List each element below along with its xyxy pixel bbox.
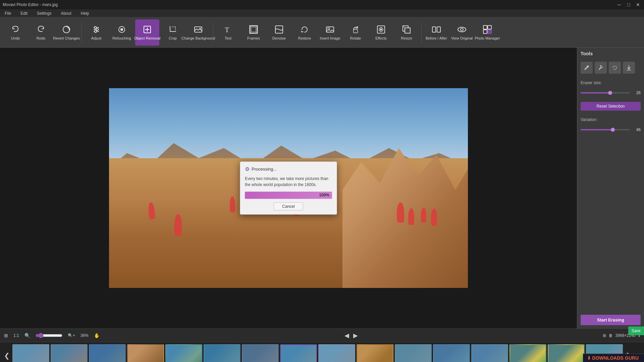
object-removal-label: Object Removal: [134, 36, 160, 41]
fit-screen-icon[interactable]: ⊞: [4, 333, 8, 338]
adjust-button[interactable]: Adjust: [84, 19, 108, 46]
change-bg-button[interactable]: Change Background: [186, 19, 210, 46]
cancel-button[interactable]: Cancel: [274, 202, 303, 210]
zoom-out-icon[interactable]: 🔍: [24, 333, 30, 338]
menu-edit[interactable]: Edit: [18, 10, 30, 16]
denoise-label: Denoise: [272, 36, 286, 41]
before-after-button[interactable]: Before / After: [424, 19, 448, 46]
resize-button[interactable]: Resize: [394, 19, 419, 46]
dialog-footer: Cancel: [245, 202, 332, 210]
maximize-button[interactable]: □: [625, 1, 632, 8]
insert-image-button[interactable]: Insert Image: [318, 19, 342, 46]
rotate-button[interactable]: Rotate: [343, 19, 368, 46]
filmstrip-thumb-13[interactable]: [471, 344, 508, 362]
effects-button[interactable]: Effects: [369, 19, 393, 46]
filmstrip-thumb-10[interactable]: [357, 344, 393, 362]
filmstrip-prev[interactable]: ❮: [3, 350, 11, 361]
view-original-button[interactable]: View Original: [450, 19, 474, 46]
filmstrip-thumb-2[interactable]: [51, 344, 88, 362]
insert-image-label: Insert Image: [320, 36, 340, 41]
start-erasing-button[interactable]: Start Erasing: [581, 315, 641, 325]
titlebar-title: Movavi Photo Editor - mars.jpg: [3, 2, 58, 7]
zoom-ratio: 1:1: [13, 333, 19, 338]
menu-settings[interactable]: Settings: [35, 10, 53, 16]
variation-slider-row: 46: [581, 127, 641, 132]
svg-point-6: [95, 31, 97, 33]
figure-9: [421, 207, 426, 223]
eraser-size-value: 26: [633, 90, 641, 95]
view-original-label: View Original: [451, 36, 473, 41]
variation-track[interactable]: [581, 129, 630, 130]
effects-label: Effects: [375, 36, 386, 41]
delete-icon[interactable]: 🗑: [609, 333, 613, 338]
object-removal-button[interactable]: Object Removal: [135, 19, 159, 46]
filmstrip-thumb-3[interactable]: [89, 344, 126, 362]
denoise-button[interactable]: Denoise: [267, 19, 291, 46]
svg-line-38: [599, 69, 600, 70]
change-bg-label: Change Background: [181, 36, 215, 41]
tools-row: [581, 62, 641, 74]
titlebar: Movavi Photo Editor - mars.jpg ─ □ ✕: [0, 0, 644, 9]
figure-3: [230, 196, 235, 213]
adjust-label: Adjust: [91, 36, 102, 41]
frames-button[interactable]: Frames: [241, 19, 266, 46]
photo-manager-label: Photo Manager: [475, 36, 500, 41]
crop-label: Crop: [169, 36, 177, 41]
variation-thumb[interactable]: [611, 128, 615, 132]
svg-rect-33: [483, 25, 487, 29]
filmstrip-thumb-1[interactable]: [12, 344, 49, 362]
figure-7: [397, 202, 404, 223]
variation-label: Variation:: [581, 117, 641, 122]
pin-tool-button[interactable]: [595, 62, 607, 74]
filmstrip-thumb-5[interactable]: [165, 344, 202, 362]
retouching-button[interactable]: Retouching: [110, 19, 134, 46]
next-frame-button[interactable]: ▶: [353, 332, 358, 339]
menubar: File Edit Settings About Help: [0, 9, 644, 17]
filmstrip-thumb-15[interactable]: [548, 344, 585, 362]
dialog-title: ⚙ Processing...: [245, 166, 332, 172]
titlebar-controls: ─ □ ✕: [616, 1, 641, 8]
filmstrip-thumb-12[interactable]: [433, 344, 470, 362]
eraser-size-track[interactable]: [581, 92, 630, 94]
minimize-button[interactable]: ─: [616, 1, 623, 8]
revert-changes-button[interactable]: Revert Changes: [54, 19, 78, 46]
filmstrip-thumb-14[interactable]: [509, 344, 546, 362]
save-badge[interactable]: Save: [628, 326, 644, 335]
filmstrip-thumb-4[interactable]: [127, 344, 164, 362]
ad-icon: ⬇: [587, 355, 591, 361]
filmstrip-thumb-8[interactable]: [280, 344, 317, 362]
text-button[interactable]: T Text: [216, 19, 240, 46]
filmstrip-thumb-9[interactable]: [318, 344, 355, 362]
reset-selection-button[interactable]: Reset Selection: [581, 102, 641, 111]
restore-button[interactable]: Restore: [292, 19, 317, 46]
menu-about[interactable]: About: [59, 10, 73, 16]
eraser-size-thumb[interactable]: [608, 91, 612, 95]
filmstrip-thumb-11[interactable]: [395, 344, 432, 362]
panel-title: Tools: [581, 51, 641, 56]
toolbar: Undo Redo Revert Changes Adjust: [0, 17, 644, 48]
right-panel: Tools Eraser size: 26 Reset Selection: [577, 48, 644, 328]
eraser-size-slider-row: 26: [581, 90, 641, 95]
menu-file[interactable]: File: [3, 10, 13, 16]
prev-frame-button[interactable]: ◀: [344, 332, 349, 339]
redo-button[interactable]: Redo: [29, 19, 53, 46]
grid-view-icon[interactable]: ⊞: [603, 333, 606, 338]
redo-label: Redo: [37, 36, 45, 41]
undo-button[interactable]: Undo: [3, 19, 28, 46]
hand-tool-icon[interactable]: ✋: [94, 333, 100, 338]
menu-help[interactable]: Help: [79, 10, 91, 16]
photo-manager-button[interactable]: Photo Manager: [475, 19, 499, 46]
svg-point-5: [96, 28, 98, 31]
download-tool-button[interactable]: [623, 62, 635, 74]
crop-button[interactable]: Crop: [161, 19, 185, 46]
photo-canvas: ⚙ Processing... Every two minutes, we ta…: [109, 88, 468, 288]
zoom-slider[interactable]: [36, 333, 62, 338]
filmstrip-thumb-7[interactable]: [242, 344, 279, 362]
lasso-tool-button[interactable]: [609, 62, 621, 74]
progress-bar-bg: 100%: [245, 192, 332, 199]
close-button[interactable]: ✕: [635, 1, 641, 8]
filmstrip-thumb-6[interactable]: [204, 344, 240, 362]
svg-rect-35: [483, 30, 487, 34]
zoom-in-icon[interactable]: 🔍+: [68, 333, 75, 338]
brush-tool-button[interactable]: [581, 62, 593, 74]
